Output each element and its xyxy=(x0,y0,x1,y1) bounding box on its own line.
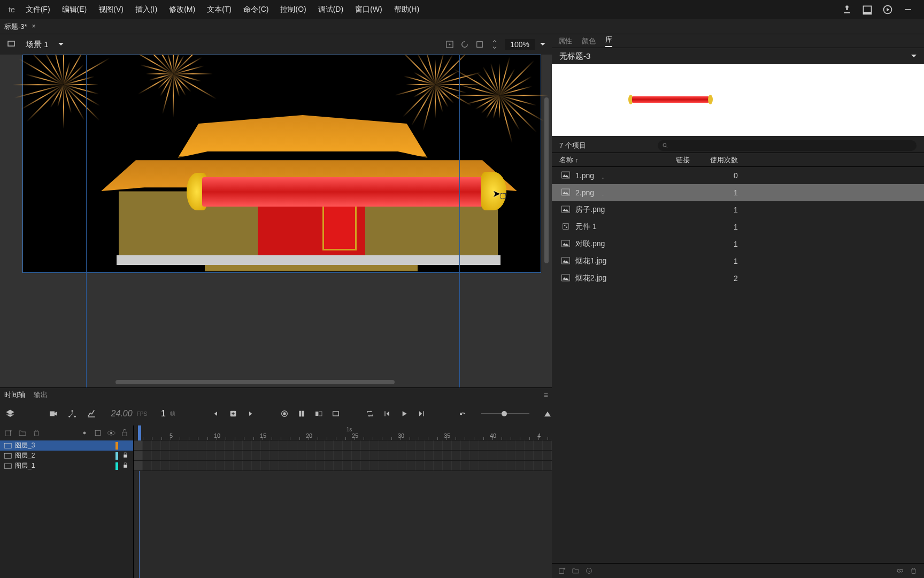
tab-close-icon[interactable]: × xyxy=(32,22,36,30)
camera-icon[interactable] xyxy=(48,409,58,419)
onion-icon[interactable] xyxy=(280,409,289,418)
layer-lock[interactable] xyxy=(121,462,129,470)
tab-color[interactable]: 颜色 xyxy=(582,36,596,46)
scene-selector[interactable]: 场景 1 xyxy=(6,40,64,50)
chevron-down-icon[interactable] xyxy=(911,55,917,60)
library-columns[interactable]: 名称↑ 链接 使用次数 xyxy=(552,153,924,167)
menu-control[interactable]: 控制(O) xyxy=(275,3,311,17)
chevron-down-icon[interactable] xyxy=(540,43,545,48)
rotate-icon[interactable] xyxy=(460,40,469,49)
delete-layer-icon[interactable] xyxy=(32,429,41,437)
undo-icon[interactable] xyxy=(459,409,467,418)
library-doc-name[interactable]: 无标题-3 xyxy=(559,51,590,62)
library-item-use: 1 xyxy=(676,223,734,231)
menu-edit[interactable]: 编辑(E) xyxy=(57,3,93,17)
panel-menu-icon[interactable]: ≡ xyxy=(544,391,548,399)
minimize-icon[interactable] xyxy=(903,4,913,15)
library-item[interactable]: 1.png. 0 xyxy=(552,167,924,184)
library-item-use: 1 xyxy=(676,206,734,214)
layer-color-chip[interactable] xyxy=(116,462,118,470)
search-icon xyxy=(662,142,668,149)
library-item[interactable]: 房子.png 1 xyxy=(552,201,924,218)
next-kf-icon[interactable] xyxy=(246,409,255,418)
guide-line[interactable] xyxy=(459,55,460,387)
fps-value[interactable]: 24.00 xyxy=(111,409,133,419)
tab-timeline[interactable]: 时间轴 xyxy=(4,390,25,400)
link-icon[interactable] xyxy=(896,567,904,575)
scrollbar-vertical[interactable] xyxy=(544,97,549,263)
menu-insert[interactable]: 插入(I) xyxy=(130,3,163,17)
tab-output[interactable]: 输出 xyxy=(34,390,48,400)
library-item[interactable]: 烟花1.jpg 1 xyxy=(552,253,924,270)
lock-icon[interactable] xyxy=(120,429,129,437)
scrollbar-horizontal[interactable] xyxy=(116,380,395,384)
library-item[interactable]: 烟花2.jpg 2 xyxy=(552,270,924,287)
frame-value[interactable]: 1 xyxy=(161,409,166,419)
fit-icon[interactable] xyxy=(490,40,499,49)
frame-track[interactable] xyxy=(134,461,552,471)
tab-library[interactable]: 库 xyxy=(605,35,612,47)
layer-color-chip[interactable] xyxy=(116,452,118,460)
layer-color-chip[interactable] xyxy=(116,442,118,450)
menu-text[interactable]: 文本(T) xyxy=(202,3,237,17)
search-input[interactable] xyxy=(668,142,912,149)
menu-debug[interactable]: 调试(D) xyxy=(313,3,349,17)
library-item[interactable]: 2.png. 1 xyxy=(552,184,924,201)
frames-area[interactable]: 1s 5101520253035404 xyxy=(134,425,552,578)
new-folder-icon[interactable] xyxy=(572,567,580,575)
frame-ruler[interactable]: 1s 5101520253035404 xyxy=(134,425,552,440)
svg-rect-27 xyxy=(124,465,127,467)
play-icon[interactable] xyxy=(400,409,409,418)
prev-kf-icon[interactable] xyxy=(212,409,220,418)
library-search[interactable] xyxy=(658,140,917,151)
insert-kf-icon[interactable] xyxy=(229,409,237,418)
timeline-zoom-slider[interactable] xyxy=(481,413,529,414)
frame-track[interactable] xyxy=(134,451,552,461)
delete-icon[interactable] xyxy=(910,567,918,575)
graph-icon[interactable] xyxy=(87,409,96,419)
new-layer-icon[interactable] xyxy=(4,429,13,437)
new-folder-icon[interactable] xyxy=(18,429,27,437)
layer-lock[interactable] xyxy=(121,452,129,460)
menu-command[interactable]: 命令(C) xyxy=(238,3,274,17)
highlight-icon[interactable] xyxy=(80,429,89,437)
zoom-level[interactable]: 100% xyxy=(505,39,535,50)
share-icon[interactable] xyxy=(842,4,852,15)
edit-multi-icon[interactable] xyxy=(314,409,323,418)
zoom-fit-icon[interactable] xyxy=(543,409,552,418)
new-symbol-icon[interactable] xyxy=(558,567,566,575)
stage-canvas[interactable]: ➤ xyxy=(0,55,552,387)
step-fwd-icon[interactable] xyxy=(417,409,426,418)
visibility-icon[interactable] xyxy=(107,429,116,437)
onion-outline-icon[interactable] xyxy=(297,409,306,418)
hierarchy-icon[interactable] xyxy=(67,409,77,419)
layer-row[interactable]: 图层_1 xyxy=(0,461,133,471)
tab-properties[interactable]: 属性 xyxy=(558,36,572,46)
menu-file[interactable]: 文件(F) xyxy=(20,3,56,17)
playhead[interactable] xyxy=(138,425,141,440)
center-stage-icon[interactable] xyxy=(445,40,455,49)
loop-icon[interactable] xyxy=(366,409,374,418)
menu-modify[interactable]: 修改(M) xyxy=(164,3,201,17)
step-back-icon[interactable] xyxy=(383,409,391,418)
frame-track[interactable] xyxy=(134,440,552,451)
outline-icon[interactable] xyxy=(94,429,102,437)
document-tab[interactable]: 标题-3* × xyxy=(0,20,38,34)
menu-window[interactable]: 窗口(W) xyxy=(350,3,388,17)
workspace-icon[interactable] xyxy=(862,4,873,15)
crop-icon[interactable] xyxy=(475,40,484,49)
properties-icon[interactable] xyxy=(585,567,593,575)
library-item[interactable]: 对联.png 1 xyxy=(552,235,924,253)
library-item[interactable]: 元件 1 1 xyxy=(552,218,924,235)
svg-point-33 xyxy=(564,225,565,226)
marker-icon[interactable] xyxy=(332,409,340,418)
svg-rect-16 xyxy=(384,411,385,416)
layers-icon[interactable] xyxy=(5,409,15,419)
menu-help[interactable]: 帮助(H) xyxy=(389,3,425,17)
layer-row[interactable]: 图层_3 xyxy=(0,440,133,451)
menu-view[interactable]: 视图(V) xyxy=(93,3,129,17)
layer-row[interactable]: 图层_2 xyxy=(0,451,133,461)
play-circle-icon[interactable] xyxy=(882,4,893,15)
guide-line[interactable] xyxy=(86,55,87,387)
artwork-scroll[interactable] xyxy=(202,177,484,207)
